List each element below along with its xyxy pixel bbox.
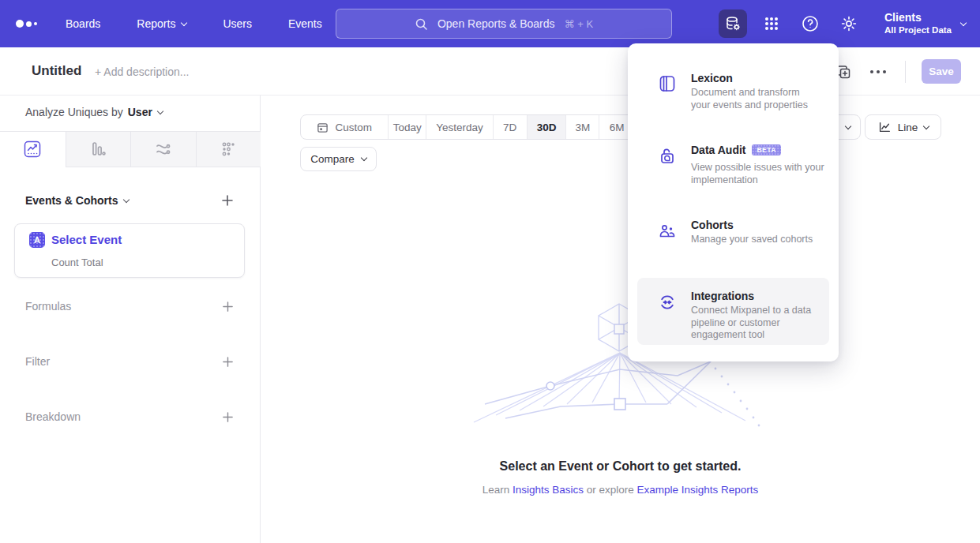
integrations-icon <box>658 293 677 312</box>
insights-basics-link[interactable]: Insights Basics <box>513 484 584 496</box>
menu-item-data-audit[interactable]: Data Audit BETA View possible issues wit… <box>637 133 829 200</box>
analyze-value: User <box>128 106 152 118</box>
tab-bar-chart[interactable] <box>66 131 131 167</box>
analyze-label: Analyze Uniques by <box>25 106 123 118</box>
search-shortcut: ⌘ + K <box>565 18 594 30</box>
report-title[interactable]: Untitled <box>32 63 81 79</box>
tab-flow-chart[interactable] <box>130 131 196 167</box>
count-total-dropdown[interactable]: Count Total <box>51 257 103 268</box>
nav-label: Users <box>223 17 252 30</box>
nav-item-users[interactable]: Users <box>223 17 252 30</box>
chevron-down-icon <box>960 19 967 25</box>
date-range-label: 6M <box>610 122 625 133</box>
nav-item-boards[interactable]: Boards <box>66 17 100 30</box>
events-cohorts-header: Events & Cohorts <box>25 193 235 208</box>
chart-type-dropdown[interactable]: Line <box>865 114 941 140</box>
mixpanel-logo-icon[interactable] <box>16 0 37 47</box>
events-cohorts-label: Events & Cohorts <box>25 194 118 207</box>
select-event-button[interactable]: Select Event <box>51 233 122 246</box>
date-range-picker: Custom Today Yesterday 7D 30D 3M 6M <box>300 114 635 140</box>
menu-item-title: Integrations <box>691 290 754 302</box>
nav-item-reports[interactable]: Reports <box>137 17 186 30</box>
empty-state-title: Select an Event or Cohort to get started… <box>261 459 980 474</box>
header-actions: Save <box>835 47 961 95</box>
chevron-down-icon <box>923 122 929 129</box>
add-formula-button[interactable] <box>220 299 235 313</box>
subtitle-text: Learn <box>482 484 510 496</box>
plus-icon <box>222 411 234 423</box>
insights-report-page: Boards Reports Users Events Open Reports… <box>0 0 980 543</box>
project-scope: All Project Data <box>884 24 952 36</box>
date-range-label: Yesterday <box>436 122 483 133</box>
date-range-7d[interactable]: 7D <box>493 115 527 139</box>
plus-icon <box>222 356 234 368</box>
navbar-right-actions: Clients All Project Data <box>719 0 966 47</box>
chevron-down-icon <box>157 107 163 114</box>
help-button[interactable] <box>796 9 824 38</box>
more-options-button[interactable] <box>867 67 889 77</box>
plus-icon <box>222 301 234 313</box>
line-chart-tab-icon <box>23 140 42 159</box>
compare-dropdown[interactable]: Compare <box>300 147 377 171</box>
tab-metrics[interactable] <box>196 131 261 167</box>
data-management-button[interactable] <box>719 9 747 38</box>
filter-label: Filter <box>25 355 50 368</box>
search-placeholder: Open Reports & Boards <box>437 17 555 30</box>
nav-item-events[interactable]: Events <box>288 17 322 30</box>
date-range-label: 3M <box>575 122 590 133</box>
example-insights-reports-link[interactable]: Example Insights Reports <box>637 484 759 496</box>
date-range-yesterday[interactable]: Yesterday <box>426 115 493 139</box>
menu-item-title: Data Audit BETA <box>691 144 781 156</box>
nav-label: Boards <box>66 17 100 30</box>
date-range-3m[interactable]: 3M <box>565 115 599 139</box>
settings-button[interactable] <box>835 9 863 38</box>
chevron-down-icon <box>845 122 851 129</box>
add-filter-button[interactable] <box>220 354 235 369</box>
event-row-card[interactable]: A Select Event Count Total <box>14 223 245 278</box>
project-selector[interactable]: Clients All Project Data <box>884 11 966 36</box>
tab-insights-line[interactable] <box>0 131 66 167</box>
global-search-input[interactable]: Open Reports & Boards ⌘ + K <box>336 9 672 39</box>
breakdown-section: Breakdown <box>25 410 235 424</box>
lexicon-icon <box>658 74 677 93</box>
gear-icon <box>839 13 859 34</box>
menu-item-cohorts[interactable]: Cohorts Manage your saved cohorts <box>637 208 829 260</box>
add-event-button[interactable] <box>220 193 235 208</box>
project-text: Clients All Project Data <box>884 11 952 36</box>
subtitle-text: or explore <box>587 484 634 496</box>
analyze-value-dropdown[interactable]: User <box>128 106 163 118</box>
nav-label: Events <box>288 17 322 30</box>
chevron-down-icon <box>361 155 367 161</box>
menu-item-title-text: Data Audit <box>691 144 745 156</box>
nav-label: Reports <box>137 17 175 30</box>
date-range-label: 7D <box>503 122 516 133</box>
breakdown-label: Breakdown <box>25 410 81 423</box>
date-range-30d-selected[interactable]: 30D <box>527 115 566 139</box>
date-range-label: 30D <box>537 122 557 133</box>
date-range-label: Custom <box>335 122 372 133</box>
date-range-custom[interactable]: Custom <box>301 115 388 139</box>
add-description-field[interactable]: + Add description... <box>95 66 189 78</box>
cohorts-icon <box>658 222 677 241</box>
chart-type-tabs <box>0 131 261 167</box>
save-button[interactable]: Save <box>922 59 961 84</box>
calendar-icon <box>317 122 329 133</box>
menu-item-title: Cohorts <box>691 219 734 231</box>
analyze-uniques-row: Analyze Uniques by User <box>25 106 163 118</box>
menu-item-integrations[interactable]: Integrations Connect Mixpanel to a data … <box>637 278 829 345</box>
project-name: Clients <box>884 11 952 24</box>
menu-item-lexicon[interactable]: Lexicon Document and transform your even… <box>637 61 829 127</box>
primary-nav: Boards Reports Users Events <box>66 0 322 47</box>
events-cohorts-dropdown[interactable]: Events & Cohorts <box>25 194 129 207</box>
apps-grid-button[interactable] <box>757 9 786 38</box>
query-builder-sidebar: Analyze Uniques by User <box>0 95 261 543</box>
menu-item-description: View possible issues with your implement… <box>691 162 832 186</box>
add-breakdown-button[interactable] <box>220 410 235 424</box>
date-range-today[interactable]: Today <box>388 115 426 139</box>
divider <box>905 61 906 83</box>
data-audit-icon <box>658 147 677 166</box>
apps-grid-icon <box>761 13 782 34</box>
chevron-down-icon <box>123 196 130 202</box>
help-icon <box>800 13 820 34</box>
flow-chart-tab-icon <box>154 140 173 159</box>
